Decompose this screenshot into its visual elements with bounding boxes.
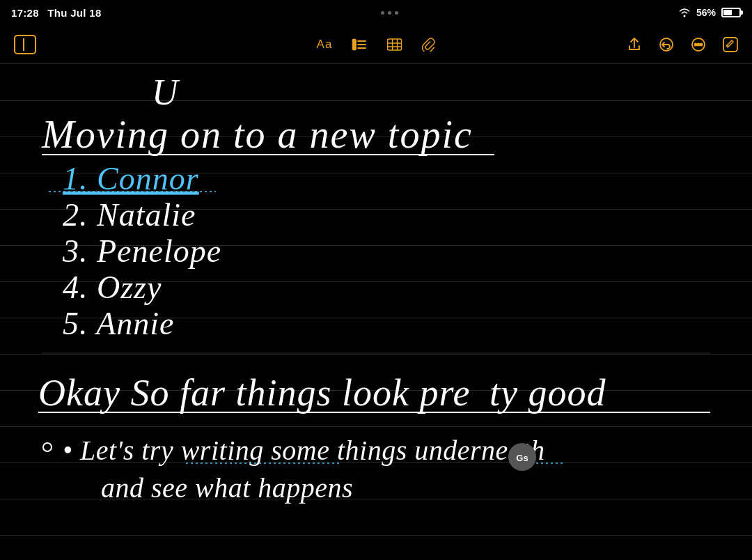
more-icon	[691, 37, 706, 52]
svg-point-15	[700, 43, 703, 45]
rule-line	[0, 354, 752, 355]
status-indicators: 56%	[678, 7, 741, 18]
attach-button[interactable]	[421, 38, 435, 52]
list-icon	[352, 38, 367, 51]
note-lines	[0, 64, 752, 560]
edit-icon	[723, 37, 738, 52]
share-button[interactable]	[627, 37, 642, 52]
status-dots	[381, 11, 398, 15]
battery-percent: 56%	[696, 7, 716, 18]
rule-line	[0, 318, 752, 318]
attach-icon	[421, 38, 435, 52]
more-button[interactable]	[691, 37, 706, 52]
toolbar: Aa	[0, 25, 752, 64]
rule-line	[0, 173, 752, 173]
toolbar-left	[14, 35, 36, 54]
svg-point-14	[698, 43, 700, 45]
sidebar-panel-icon	[17, 38, 24, 51]
status-time-date: 17:28 Thu Jul 18	[11, 7, 102, 19]
rule-line	[0, 426, 752, 427]
toolbar-right	[627, 37, 738, 52]
rule-line	[0, 281, 752, 282]
svg-point-2	[352, 46, 356, 49]
share-icon	[627, 37, 642, 52]
time: 17:28	[11, 7, 39, 19]
svg-point-13	[695, 43, 697, 45]
note-area[interactable]: U Moving on to a new topic 1. Connor 2. …	[0, 64, 752, 560]
svg-rect-6	[387, 39, 401, 50]
table-icon	[386, 38, 402, 51]
wifi-icon	[678, 8, 691, 17]
dot-2	[388, 11, 391, 15]
rule-line	[0, 390, 752, 391]
rule-line	[0, 499, 752, 499]
undo-icon	[659, 37, 674, 52]
dot-1	[381, 11, 384, 15]
sidebar-toggle-button[interactable]	[14, 35, 36, 54]
rule-line	[0, 535, 752, 536]
battery-icon	[721, 8, 741, 17]
font-format-button[interactable]: Aa	[317, 38, 333, 52]
table-button[interactable]	[386, 38, 402, 51]
rule-line	[0, 209, 752, 210]
date: Thu Jul 18	[47, 7, 101, 19]
list-format-button[interactable]	[352, 38, 367, 51]
battery-fill	[723, 10, 732, 15]
status-bar: 17:28 Thu Jul 18 56%	[0, 0, 752, 25]
dot-3	[395, 11, 398, 15]
rule-line	[0, 137, 752, 137]
rule-line	[0, 462, 752, 463]
undo-button[interactable]	[659, 37, 674, 52]
rule-line	[0, 100, 752, 101]
toolbar-center: Aa	[317, 38, 436, 52]
rule-line	[0, 245, 752, 246]
edit-button[interactable]	[723, 37, 738, 52]
